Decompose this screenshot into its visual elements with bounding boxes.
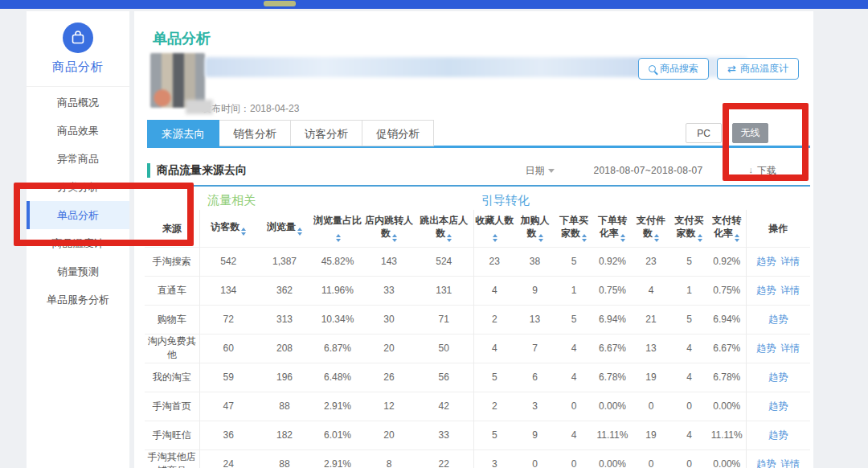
value-cell: 30 [363,305,415,334]
value-cell: 20 [363,421,415,450]
action-link[interactable]: 趋势 [768,372,788,383]
column-header[interactable]: 浏览量 [257,210,312,247]
sort-icon[interactable] [297,228,302,236]
action-link[interactable]: 趋势 [768,314,788,325]
value-cell: 47 [199,392,257,421]
source-cell: 手淘旺信 [145,421,199,450]
table-row: 直通车13436211.96%331314910.75%410.75%趋势详情 [145,276,810,305]
action-cell: 趋势 [746,421,810,450]
chevron-down-icon [548,169,555,173]
main-panel: 单品分析 发布时间：2018-04-23 商品搜索 ⇄ 商品温度计 来源去向销售… [134,11,813,468]
value-cell: 26 [363,363,415,392]
top-bar-tab [264,1,296,6]
tab[interactable]: 销售分析 [219,120,291,146]
sort-icon[interactable] [654,234,659,242]
value-cell: 4 [670,421,708,450]
product-thermometer-button[interactable]: ⇄ 商品温度计 [717,58,799,80]
value-cell: 24 [199,450,257,468]
header-buttons: 商品搜索 ⇄ 商品温度计 [638,58,799,80]
value-cell: 45.82% [312,247,363,276]
value-cell: 1 [555,276,593,305]
sort-icon[interactable] [582,234,587,242]
action-link[interactable]: 趋势 [756,256,776,267]
column-header-row: 来源 访客数浏览量浏览量占比店内跳转人数跳出本店人数收藏人数加购人数下单买家数下… [145,210,810,247]
value-cell: 11.96% [312,276,363,305]
action-link[interactable]: 详情 [780,343,800,354]
table-row: 我的淘宝591966.48%26565646.78%1946.78%趋势 [145,363,810,392]
column-header[interactable]: 收藏人数 [473,210,515,247]
column-header[interactable]: 店内跳转人数 [363,210,415,247]
sidebar-item[interactable]: 异常商品 [27,145,129,173]
column-header[interactable]: 访客数 [199,210,257,247]
value-cell: 38 [515,247,555,276]
action-cell: 趋势 [746,392,810,421]
sidebar-item[interactable]: 分类分析 [27,173,129,201]
column-header[interactable]: 支付件数 [632,210,670,247]
value-cell: 12 [363,392,415,421]
tab[interactable]: 来源去向 [147,120,219,146]
value-cell: 8 [363,450,415,468]
value-cell: 2 [473,305,515,334]
column-header[interactable]: 下单买家数 [555,210,593,247]
value-cell: 4 [670,334,708,363]
value-cell: 1,387 [257,247,312,276]
device-toggle-option[interactable]: PC [686,123,722,143]
sort-icon[interactable] [447,234,452,242]
sidebar-item[interactable]: 商品效果 [27,117,129,145]
sort-icon[interactable] [620,234,625,242]
column-header[interactable]: 加购人数 [515,210,555,247]
sort-icon[interactable] [336,234,341,242]
sidebar-item[interactable]: 单品服务分析 [27,285,129,314]
action-link[interactable]: 详情 [780,458,800,468]
sidebar-item[interactable]: 商品温度计 [27,229,129,257]
sort-icon[interactable] [493,234,497,242]
tab[interactable]: 访客分析 [291,120,362,146]
analytics-dashboard: 商品分析 商品概况商品效果异常商品分类分析单品分析商品温度计销量预测单品服务分析… [0,0,868,468]
column-header[interactable]: 支付买家数 [670,210,708,247]
source-cell: 淘内免费其他 [145,334,199,363]
action-link[interactable]: 趋势 [768,429,788,441]
sidebar-item[interactable]: 商品概况 [27,88,129,117]
download-link[interactable]: ↓ 下载 [748,164,777,178]
sort-icon[interactable] [698,234,702,242]
group-header-conversion: 引导转化 [473,186,746,210]
column-header[interactable]: 浏览量占比 [312,210,363,247]
value-cell: 9 [515,421,555,450]
tab[interactable]: 促销分析 [362,120,434,146]
column-header[interactable]: 下单转化率 [593,210,632,247]
column-header[interactable]: 支付转化率 [708,210,746,247]
date-filter-dropdown[interactable]: 日期 [525,164,555,178]
value-cell: 6.67% [593,334,632,363]
sort-icon[interactable] [241,228,246,236]
sort-icon[interactable] [392,234,397,242]
value-cell: 134 [199,276,257,305]
sort-icon[interactable] [538,234,543,242]
action-link[interactable]: 趋势 [756,285,776,296]
product-search-button[interactable]: 商品搜索 [638,58,709,80]
value-cell: 0 [632,450,670,468]
device-toggle-option[interactable]: 无线 [732,123,768,143]
value-cell: 5 [473,363,515,392]
value-cell: 4 [555,334,593,363]
value-cell: 33 [415,421,473,450]
value-cell: 542 [199,247,257,276]
sidebar-item[interactable]: 销量预测 [27,257,129,285]
value-cell: 10.34% [312,305,363,334]
action-link[interactable]: 详情 [780,285,800,296]
sort-icon[interactable] [735,234,739,242]
value-cell: 6 [515,363,555,392]
value-cell: 524 [415,247,473,276]
date-range[interactable]: 2018-08-07~2018-08-07 [593,165,702,176]
action-link[interactable]: 详情 [780,256,800,267]
value-cell: 20 [363,334,415,363]
sidebar-item[interactable]: 单品分析 [27,201,129,229]
value-cell: 3 [515,392,555,421]
column-header[interactable]: 跳出本店人数 [415,210,473,247]
action-link[interactable]: 趋势 [756,343,776,354]
value-cell: 5 [670,305,708,334]
table-row: 手淘搜索5421,38745.82%143524233850.92%2350.9… [145,247,810,276]
action-link[interactable]: 趋势 [768,400,788,412]
action-link[interactable]: 趋势 [756,458,776,468]
value-cell: 72 [199,305,257,334]
action-cell: 趋势 [746,363,810,392]
